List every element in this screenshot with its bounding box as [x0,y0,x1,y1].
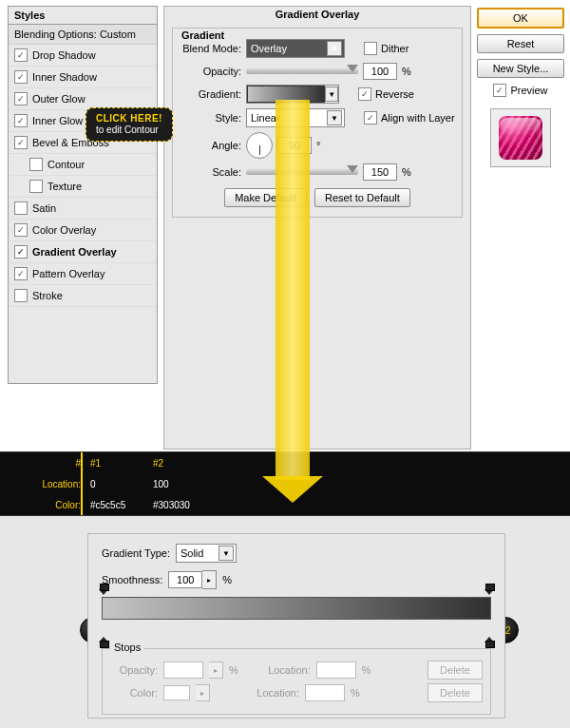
reverse-checkbox[interactable]: Reverse [358,87,414,101]
gradient-group-label: Gradient [178,29,228,41]
opacity-stop-right[interactable] [484,589,494,599]
style-item-label: Texture [48,181,82,192]
style-item-drop-shadow[interactable]: Drop Shadow [9,45,157,67]
delete-opacity-stop-button: Delete [428,661,483,680]
stop-color-swatch [163,685,190,700]
opacity-slider[interactable] [246,68,358,74]
checkbox-icon [493,84,506,97]
style-item-label: Drop Shadow [32,49,96,61]
checkbox-icon[interactable] [14,223,28,237]
smoothness-value[interactable]: 100 [168,571,202,588]
chevron-down-icon: ▼ [327,110,342,125]
gradient-swatch [247,86,325,103]
reset-default-button[interactable]: Reset to Default [314,188,410,207]
blending-options[interactable]: Blending Options: Custom [9,25,157,45]
style-item-pattern-overlay[interactable]: Pattern Overlay [9,263,157,285]
make-default-button[interactable]: Make Default [224,188,307,207]
checkbox-icon[interactable] [14,48,28,62]
gradient-data-table: # #1 #2 Location: 0 100 Color: #c5c5c5 #… [0,451,570,516]
preview-thumbnail [490,108,551,167]
gem-icon [499,116,542,160]
opacity-input[interactable]: 100 [363,63,397,80]
blend-mode-select[interactable]: Overlay ▼ [246,39,345,58]
chevron-down-icon: ▼ [327,41,342,56]
pct-label: % [229,664,238,676]
pct-label: % [402,66,411,77]
style-item-label: Inner Glow [32,115,83,126]
ok-button[interactable]: OK [477,8,564,29]
checkbox-icon[interactable] [14,245,28,259]
gradient-overlay-panel: Gradient Overlay Gradient Blend Mode: Ov… [163,6,471,450]
stops-label: Stops [110,642,144,653]
stops-group: Stops Opacity: ▸ % Location: % Delete Co… [102,648,491,715]
gradient-bar[interactable] [102,597,491,635]
callout-subtitle: to edit Contour [96,125,159,135]
loc-1: 0 [90,479,153,489]
col-id-1: #1 [90,458,153,469]
pct-label: % [362,664,371,676]
blend-mode-value: Overlay [251,43,287,54]
stop-opacity-label: Opacity: [110,664,158,676]
delete-color-stop-button: Delete [428,683,483,702]
angle-input[interactable]: 90 [277,137,312,154]
checkbox-icon[interactable] [14,92,28,105]
chevron-right-icon[interactable]: ▸ [202,570,217,589]
loc-2: 100 [153,479,216,489]
style-select[interactable]: Linear ▼ [246,108,345,127]
checkbox-icon[interactable] [14,70,28,84]
align-checkbox[interactable]: Align with Layer [364,111,455,125]
style-item-texture[interactable]: Texture [9,176,157,198]
stop-location-input [305,684,345,701]
checkbox-icon[interactable] [14,267,28,280]
preview-checkbox[interactable]: Preview [477,84,564,97]
style-item-label: Inner Shadow [32,71,97,83]
callout-title: CLICK HERE! [96,113,162,125]
scale-slider[interactable] [246,169,358,175]
chevron-right-icon: ▸ [196,684,210,701]
style-item-label: Satin [32,202,56,214]
checkbox-icon[interactable] [14,289,28,302]
style-label: Style: [179,112,241,124]
click-here-callout: CLICK HERE! to edit Contour [86,107,173,142]
gradient-type-select[interactable]: Solid ▼ [176,544,237,563]
style-item-gradient-overlay[interactable]: Gradient Overlay [9,241,157,263]
opacity-stop-left[interactable] [99,589,108,599]
dither-checkbox[interactable]: Dither [364,42,408,55]
preview-label: Preview [510,85,547,96]
checkbox-icon[interactable] [14,136,28,149]
checkbox-icon[interactable] [29,158,43,171]
chevron-down-icon: ▼ [325,86,338,102]
style-item-color-overlay[interactable]: Color Overlay [9,220,157,241]
panel-title: Gradient Overlay [164,7,470,22]
checkbox-icon[interactable] [29,180,43,193]
chevron-down-icon: ▼ [218,546,234,561]
reset-button[interactable]: Reset [477,34,564,53]
scale-input[interactable]: 150 [363,163,397,181]
gradient-picker[interactable]: ▼ [246,85,339,104]
style-item-satin[interactable]: Satin [9,198,157,220]
stop-location-label: Location: [252,687,299,699]
scale-label: Scale: [179,166,241,178]
row-color: Color: [0,500,90,510]
checkbox-icon[interactable] [14,114,28,127]
angle-dial[interactable] [246,132,273,159]
style-item-contour[interactable]: Contour [9,154,157,176]
chevron-right-icon: ▸ [209,661,223,679]
pct-label: % [351,687,360,699]
checkbox-icon[interactable] [14,201,28,215]
style-item-inner-shadow[interactable]: Inner Shadow [9,67,157,88]
dither-label: Dither [381,43,408,54]
col-index: # [0,458,90,469]
style-item-label: Color Overlay [32,224,96,236]
style-item-stroke[interactable]: Stroke [9,285,157,307]
smoothness-input[interactable]: 100 ▸ [168,570,217,589]
color-stop-left[interactable] [99,633,108,642]
style-item-label: Stroke [32,290,63,301]
opacity-label: Opacity: [179,66,241,77]
new-style-button[interactable]: New Style... [477,59,564,78]
color-stop-right[interactable] [484,633,494,642]
color-1: #c5c5c5 [90,500,153,510]
gradient-editor: #1 #2 Gradient Type: Solid ▼ Smoothness:… [0,516,570,728]
dialog-buttons: OK Reset New Style... Preview [477,8,564,167]
smoothness-label: Smoothness: [102,574,162,585]
